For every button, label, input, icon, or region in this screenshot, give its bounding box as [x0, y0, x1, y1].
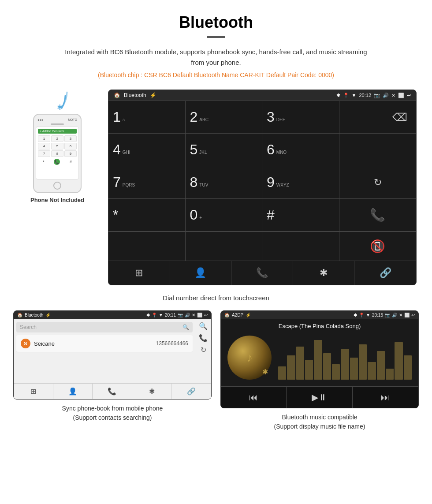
pb-back-icon[interactable]: ↩	[204, 313, 208, 317]
pb-window-icon[interactable]: ⬜	[197, 313, 202, 317]
refresh-icon[interactable]: ↻	[374, 177, 382, 188]
bluetooth-info: (Bluetooth chip : CSR BC6 Default Blueto…	[0, 71, 432, 78]
music-vol-icon[interactable]: 🔊	[392, 313, 397, 317]
phone-not-included: Phone Not Included	[30, 197, 84, 203]
dial-empty-2	[339, 134, 417, 166]
dial-key-7[interactable]: 7 PQRS	[108, 166, 186, 199]
pb-bot-link[interactable]: 🔗	[171, 384, 211, 399]
phone-illustration: ∗ ●●● MOTO + Add to Contacts 1 2 3 4 5 6…	[15, 90, 99, 203]
dial-call-green-cell: 📞	[339, 199, 417, 231]
pb-bot-phone[interactable]: 📞	[93, 384, 132, 399]
bt-bottom-bluetooth[interactable]: ✱	[293, 261, 355, 285]
dial-refresh-cell: ↻	[339, 166, 417, 199]
pb-screen-body: Search 🔍 S Seicane 13566664466 🔍	[14, 319, 211, 399]
dial-key-5[interactable]: 5 JKL	[186, 134, 263, 166]
dial-empty-1: ⌫	[339, 101, 417, 134]
pb-right-search[interactable]: 🔍	[199, 322, 208, 330]
page-title: Bluetooth	[0, 0, 432, 36]
pb-empty-space	[14, 357, 211, 383]
pb-close-icon[interactable]: ✕	[192, 313, 195, 317]
pb-bot-grid[interactable]: ⊞	[14, 384, 53, 399]
location-icon: 📍	[343, 93, 349, 98]
pb-time: 20:11	[165, 313, 176, 317]
eq-bar	[359, 344, 367, 380]
bt-bottom-link[interactable]: 🔗	[354, 261, 416, 285]
back-icon[interactable]: ↩	[407, 93, 411, 98]
dial-key-hash[interactable]: #	[262, 199, 339, 231]
bt-dial-grid: 1 ⌂ 2 ABC 3 DEF ⌫ 4 GHI 5 JKL	[108, 101, 416, 231]
dial-key-1[interactable]: 1 ⌂	[108, 101, 186, 134]
music-time: 20:15	[372, 313, 383, 317]
music-note-icon: ♪	[246, 351, 253, 365]
usb-icon: ⚡	[150, 92, 156, 98]
next-track-btn[interactable]: ⏭	[353, 387, 418, 408]
camera-icon[interactable]: 📷	[374, 93, 380, 98]
pb-right-phone[interactable]: 📞	[199, 334, 208, 342]
music-status-bar: 🏠 A2DP ⚡ ✱ 📍 ▼ 20:15 📷 🔊 ✕ ⬜ ↩	[221, 311, 418, 319]
music-camera-icon[interactable]: 📷	[385, 313, 390, 317]
music-home-icon[interactable]: 🏠	[224, 313, 230, 317]
pb-bottom-bar: ⊞ 👤 📞 ✱ 🔗	[14, 383, 211, 399]
pb-search-icon[interactable]: 🔍	[182, 324, 189, 330]
prev-track-btn[interactable]: ⏮	[221, 387, 287, 408]
pb-contact-avatar: S	[21, 339, 30, 348]
phonebook-caption: Sync phone-book from mobile phone (Suppo…	[13, 404, 212, 422]
volume-icon[interactable]: 🔊	[383, 93, 389, 98]
hangup-icon[interactable]: 📵	[370, 239, 385, 254]
phonebook-screen: 🏠 Bluetooth ⚡ ✱ 📍 ▼ 20:11 📷 🔊 ✕ ⬜ ↩	[13, 310, 212, 399]
music-song-title: Escape (The Pina Colada Song)	[221, 319, 418, 331]
dial-empty-5	[262, 232, 339, 261]
backspace-icon[interactable]: ⌫	[392, 111, 407, 123]
pb-bot-bt[interactable]: ✱	[132, 384, 172, 399]
title-divider	[207, 36, 225, 38]
call-green-icon[interactable]: 📞	[370, 208, 385, 222]
dial-empty-3	[108, 232, 186, 261]
bt-bottom-grid[interactable]: ⊞	[108, 261, 170, 285]
play-pause-btn[interactable]: ▶⏸	[287, 387, 352, 408]
phone-device: ●●● MOTO + Add to Contacts 1 2 3 4 5 6 7…	[33, 114, 82, 193]
pb-vol-icon[interactable]: 🔊	[185, 313, 190, 317]
music-close-icon[interactable]: ✕	[399, 313, 402, 317]
dial-key-6[interactable]: 6 MNO	[262, 134, 339, 166]
dial-key-3[interactable]: 3 DEF	[262, 101, 339, 134]
pb-camera-icon[interactable]: 📷	[178, 313, 183, 317]
dial-key-0[interactable]: 0 +	[186, 199, 263, 231]
music-controls: ⏮ ▶⏸ ⏭	[221, 386, 418, 408]
phone-speaker	[51, 123, 64, 125]
music-content: ♪ ✱	[221, 331, 418, 386]
bt-bottom-phone[interactable]: 📞	[231, 261, 293, 285]
home-icon[interactable]: 🏠	[114, 92, 120, 98]
dial-key-8[interactable]: 8 TUV	[186, 166, 263, 199]
music-window-icon[interactable]: ⬜	[404, 313, 410, 317]
dial-key-2[interactable]: 2 ABC	[186, 101, 263, 134]
eq-bar	[287, 355, 295, 380]
pb-right-refresh[interactable]: ↻	[201, 346, 206, 354]
pb-contact-phone: 13566664466	[156, 340, 188, 347]
bt-icon-status: ✱	[336, 93, 340, 98]
phone-screen: + Add to Contacts 1 2 3 4 5 6 7 8 9 * 📞 …	[36, 127, 79, 179]
pb-title: Bluetooth	[25, 313, 43, 317]
bt-bottom-contacts[interactable]: 👤	[170, 261, 232, 285]
pb-home-icon[interactable]: 🏠	[17, 313, 22, 317]
eq-bar	[314, 340, 322, 380]
phone-home-btn	[53, 182, 61, 190]
pb-right-icons: 🔍 📞 ↻	[195, 319, 211, 357]
pb-usb-icon: ⚡	[45, 313, 51, 317]
pb-contact-row: S Seicane 13566664466	[16, 335, 193, 352]
pb-status-bar: 🏠 Bluetooth ⚡ ✱ 📍 ▼ 20:11 📷 🔊 ✕ ⬜ ↩	[14, 311, 211, 319]
pb-bot-user[interactable]: 👤	[53, 384, 93, 399]
dial-cell-2: 2	[51, 135, 63, 142]
dial-cell-9: 9	[64, 150, 77, 157]
bt-time: 20:12	[359, 93, 371, 98]
window-icon[interactable]: ⬜	[398, 93, 404, 98]
dial-key-9[interactable]: 9 WXYZ	[262, 166, 339, 199]
pb-bt-icon: ✱	[146, 313, 150, 317]
music-album-art: ♪ ✱	[227, 336, 272, 380]
eq-bar	[278, 366, 286, 380]
close-icon[interactable]: ✕	[391, 93, 395, 98]
music-back-icon[interactable]: ↩	[411, 313, 415, 317]
bt-bottom-bar: ⊞ 👤 📞 ✱ 🔗	[108, 261, 416, 285]
dial-key-4[interactable]: 4 GHI	[108, 134, 186, 166]
dial-key-star[interactable]: *	[108, 199, 186, 231]
dial-cell-8: 8	[51, 150, 63, 157]
